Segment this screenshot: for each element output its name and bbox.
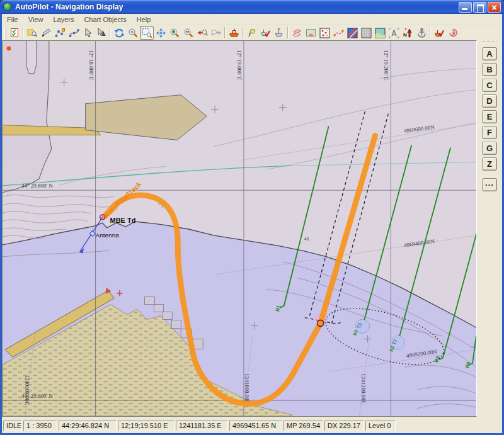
layer-button-c[interactable]: C — [482, 79, 497, 92]
events-swirl-icon — [448, 28, 459, 38]
vessel-check-icon — [260, 28, 271, 38]
toolbar-button-zoom-window[interactable] — [140, 26, 154, 40]
vessel-gray-icon — [274, 28, 285, 38]
breakwater-arrow — [86, 95, 207, 140]
stripes-layer-icon — [347, 28, 358, 38]
toolbar-button-vessel[interactable] — [227, 26, 241, 40]
toolbar-button-vessel-gray[interactable] — [272, 26, 286, 40]
toolbar-button-pan[interactable] — [154, 26, 168, 40]
track-squiggle-icon — [333, 28, 344, 38]
toolbar-button-sheets[interactable] — [290, 26, 304, 40]
north-arrow-icon: N — [403, 28, 413, 38]
toolbar-button-draw-flag[interactable] — [244, 26, 258, 40]
antenna-label: Antenna — [96, 232, 120, 239]
pan-icon — [156, 28, 166, 38]
refresh-icon — [114, 28, 125, 38]
window-title: AutoPilot - Navigation Display — [15, 3, 459, 11]
toolbar-button-chart-image[interactable] — [304, 26, 318, 40]
close-button[interactable] — [488, 2, 501, 13]
zoom-out-icon — [183, 28, 194, 38]
land-northwest — [3, 41, 207, 193]
toolbar-button-grid-layer[interactable] — [359, 26, 373, 40]
toolbar-button-compass-select[interactable] — [387, 26, 401, 40]
toolbar-grip[interactable] — [4, 27, 6, 38]
draw-flag-icon — [246, 28, 257, 38]
track-label: AutoPilotTrack — [103, 180, 144, 220]
app-window: AutoPilot - Navigation Display File View… — [0, 0, 504, 435]
toolbar-button-select-add-cursor[interactable] — [94, 26, 108, 40]
maximize-button[interactable] — [473, 2, 486, 13]
layer-button-e[interactable]: E — [482, 110, 497, 123]
layer-button-b[interactable]: B — [482, 63, 497, 76]
toolbar-button-track-squiggle[interactable] — [331, 26, 345, 40]
status-dx: DX 229.17 — [324, 421, 364, 431]
menu-layers[interactable]: Layers — [48, 15, 79, 24]
status-northing: 4969451.65 N — [229, 421, 282, 431]
menu-bar: File View Layers Chart Objects Help — [2, 14, 502, 25]
chart-image-icon — [306, 28, 316, 38]
minimize-button[interactable] — [459, 2, 472, 13]
layer-quick-panel: A B C D E F G Z ... — [477, 40, 502, 417]
svg-text:N: N — [403, 32, 407, 38]
toolbar-button-zoom-tool[interactable] — [126, 26, 140, 40]
lon-label-2: 12° 19.000' E — [236, 50, 243, 81]
toolbar-button-vessel-validate[interactable] — [432, 26, 446, 40]
status-longitude: 12;19;19.510 E — [118, 421, 175, 431]
toolbar-button-zoom-in[interactable] — [168, 26, 181, 40]
toolbar-button-soundings-layer[interactable] — [318, 26, 331, 40]
status-scale: 1 : 3950 — [23, 421, 57, 431]
layer-button-a[interactable]: A — [482, 47, 497, 60]
toolbar-button-zoom-previous[interactable] — [195, 26, 209, 40]
toolbar-button-stripes-layer[interactable] — [345, 26, 359, 40]
route-points-icon — [55, 28, 66, 38]
panel-grip[interactable] — [483, 42, 496, 43]
grid-layer-icon — [361, 28, 372, 38]
sheets-icon — [292, 28, 302, 38]
seabed-layer-icon — [375, 28, 386, 38]
teal-contour — [3, 162, 476, 186]
compass-select-icon — [389, 28, 399, 38]
lon-label-1: 12° 18.800' E — [88, 50, 94, 81]
chart-canvas[interactable]: 12° 18.800' E 12° 19.000' E 12° 19.200' … — [2, 40, 477, 417]
mbe-label: MBE Td — [110, 217, 136, 224]
anchor-icon — [416, 28, 427, 38]
menu-help[interactable]: Help — [132, 15, 156, 24]
menu-chart-objects[interactable]: Chart Objects — [79, 15, 131, 24]
zoom-window-icon — [142, 28, 152, 38]
origin-marker — [6, 46, 11, 50]
zoom-in-icon — [169, 28, 180, 38]
find-note-icon — [27, 28, 38, 38]
lat-label-1: 44° 29.800' N — [21, 183, 53, 189]
toolbar-button-vessel-check[interactable] — [258, 26, 272, 40]
toolbar-button-zoom-out[interactable] — [181, 26, 195, 40]
toolbar-button-anchor[interactable] — [415, 26, 428, 40]
title-bar[interactable]: AutoPilot - Navigation Display — [0, 0, 504, 14]
status-latitude: 44:29:46.824 N — [59, 421, 117, 431]
easting-label-1: 1240600.00E — [24, 375, 30, 405]
toolbar-button-events-swirl[interactable] — [446, 26, 460, 40]
toolbar-button-zoom-next[interactable] — [209, 26, 223, 40]
toolbar-button-draw-pen[interactable] — [39, 26, 53, 40]
toolbar-button-curve-points[interactable] — [67, 26, 81, 40]
toolbar-button-find-note[interactable] — [25, 26, 39, 40]
select-add-cursor-icon — [96, 28, 107, 38]
menu-file[interactable]: File — [2, 15, 23, 24]
layer-button-g[interactable]: G — [482, 142, 497, 155]
status-bar: IDLE 1 : 3950 44:29:46.824 N 12;19;19.51… — [2, 417, 502, 433]
layer-button-more[interactable]: ... — [482, 178, 497, 191]
status-level: Level 0 — [365, 421, 396, 431]
status-easting: 1241181.35 E — [176, 421, 228, 431]
toolbar-button-north-arrow[interactable]: N — [401, 26, 415, 40]
easting-label-3: 1241200.00E — [360, 373, 367, 404]
toolbar-button-refresh[interactable] — [112, 26, 126, 40]
toolbar-button-route-points[interactable] — [53, 26, 67, 40]
layer-button-d[interactable]: D — [482, 94, 497, 108]
layer-button-z[interactable]: Z — [482, 157, 497, 171]
layer-button-f[interactable]: F — [482, 126, 497, 139]
toolbar-button-seabed-layer[interactable] — [373, 26, 387, 40]
toolbar-button-validate-layers[interactable] — [8, 26, 21, 40]
toolbar-button-select-cursor[interactable] — [81, 26, 94, 40]
draw-pen-icon — [41, 28, 52, 38]
menu-view[interactable]: View — [23, 15, 49, 24]
easting-label-2: 1241000.00E — [244, 373, 250, 404]
